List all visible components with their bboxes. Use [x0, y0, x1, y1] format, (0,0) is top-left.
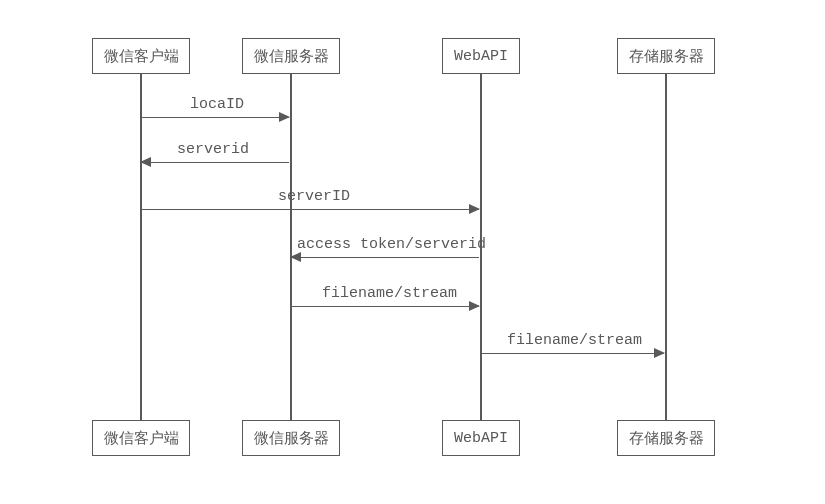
participant-bottom-p4: 存储服务器: [617, 420, 715, 456]
participant-top-p1: 微信客户端: [92, 38, 190, 74]
participant-top-p3: WebAPI: [442, 38, 520, 74]
lifeline-p4: [665, 74, 667, 420]
message-arrow-m1: [141, 117, 289, 118]
message-label-m5: filename/stream: [322, 285, 457, 302]
participant-bottom-p2: 微信服务器: [242, 420, 340, 456]
message-arrow-m6: [481, 353, 664, 354]
message-arrow-m3: [141, 209, 479, 210]
message-arrow-m5: [291, 306, 479, 307]
message-arrow-m2: [141, 162, 289, 163]
message-label-m1: locaID: [190, 96, 244, 113]
sequence-diagram: 微信客户端 微信服务器 WebAPI 存储服务器 微信客户端 微信服务器 Web…: [0, 0, 825, 504]
message-label-m3: serverID: [278, 188, 350, 205]
participant-top-p2: 微信服务器: [242, 38, 340, 74]
message-label-m2: serverid: [177, 141, 249, 158]
lifeline-p2: [290, 74, 292, 420]
participant-bottom-p1: 微信客户端: [92, 420, 190, 456]
participant-top-p4: 存储服务器: [617, 38, 715, 74]
message-label-m6: filename/stream: [507, 332, 642, 349]
participant-bottom-p3: WebAPI: [442, 420, 520, 456]
lifeline-p1: [140, 74, 142, 420]
message-label-m4: access token/serverid: [297, 236, 486, 253]
message-arrow-m4: [291, 257, 479, 258]
